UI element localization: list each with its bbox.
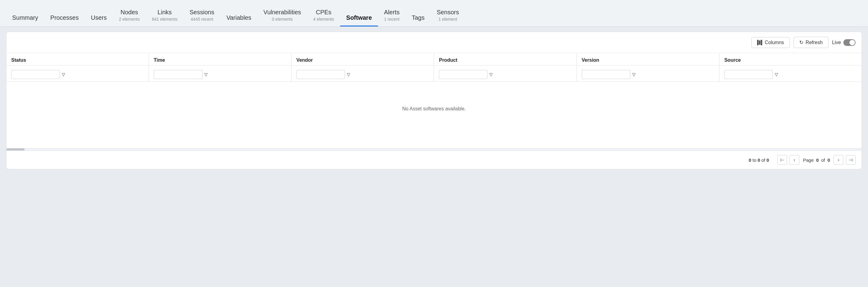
col-label-time: Time xyxy=(154,57,165,63)
tab-label-sensors: Sensors xyxy=(437,8,459,16)
col-label-product: Product xyxy=(439,57,457,63)
tab-alerts[interactable]: Alerts1 recent xyxy=(378,4,406,26)
tab-label-variables: Variables xyxy=(226,14,251,22)
range-end: 0 xyxy=(758,157,760,163)
first-page-button[interactable]: ⊢ xyxy=(777,155,787,165)
scroll-thumb[interactable] xyxy=(6,148,25,150)
filter-cell-source: ▽ xyxy=(719,66,862,82)
empty-state-message: No Asset softwares available. xyxy=(6,82,862,136)
filter-cell-time: ▽ xyxy=(149,66,291,82)
tab-tags[interactable]: Tags xyxy=(406,9,431,26)
live-toggle-switch[interactable] xyxy=(843,39,856,46)
tab-label-alerts: Alerts xyxy=(384,8,400,16)
col-label-source: Source xyxy=(724,57,741,63)
tab-sessions[interactable]: Sessions4445 recent xyxy=(184,4,220,26)
empty-state-row: No Asset softwares available. xyxy=(6,82,862,136)
tab-sensors[interactable]: Sensors1 element xyxy=(431,4,465,26)
col-label-vendor: Vendor xyxy=(296,57,313,63)
col-label-version: Version xyxy=(582,57,599,63)
columns-button[interactable]: Columns xyxy=(751,37,789,48)
filter-input-product[interactable] xyxy=(439,70,488,79)
page-label-text: Page 0 of 0 xyxy=(803,157,830,163)
columns-icon xyxy=(757,40,762,45)
tab-label-tags: Tags xyxy=(412,14,425,22)
range-start: 0 xyxy=(749,157,751,163)
tab-processes[interactable]: Processes xyxy=(44,9,85,26)
tab-sub-alerts: 1 recent xyxy=(384,17,400,22)
tab-label-nodes: Nodes xyxy=(121,8,138,16)
tab-label-sessions: Sessions xyxy=(190,8,214,16)
col-header-time: Time xyxy=(149,53,291,66)
software-table: Status Time Vendor xyxy=(6,53,862,136)
filter-cell-version: ▽ xyxy=(577,66,719,82)
filter-icon-source[interactable]: ▽ xyxy=(775,72,778,77)
tab-label-vulnerabilities: Vulnerabilities xyxy=(264,8,301,16)
col-header-vendor: Vendor xyxy=(291,53,434,66)
col-header-status: Status xyxy=(6,53,149,66)
refresh-label: Refresh xyxy=(806,40,823,45)
horizontal-scrollbar[interactable] xyxy=(6,148,862,150)
pagination-info: 0 to 0 of 0 xyxy=(749,157,769,163)
tab-links[interactable]: Links641 elements xyxy=(146,4,184,26)
tab-label-software: Software xyxy=(346,14,372,22)
filter-icon-product[interactable]: ▽ xyxy=(489,72,493,77)
table-header-row: Status Time Vendor xyxy=(6,53,862,66)
filter-icon-status[interactable]: ▽ xyxy=(62,72,65,77)
tab-users[interactable]: Users xyxy=(85,9,113,26)
tab-variables[interactable]: Variables xyxy=(220,9,257,26)
main-content: Columns ↻ Refresh Live Status xyxy=(0,27,868,287)
filter-icon-version[interactable]: ▽ xyxy=(632,72,636,77)
filter-row: ▽ ▽ ▽ xyxy=(6,66,862,82)
tab-label-cpes: CPEs xyxy=(316,8,331,16)
filter-icon-time[interactable]: ▽ xyxy=(204,72,208,77)
refresh-button[interactable]: ↻ Refresh xyxy=(794,37,829,48)
prev-page-button[interactable]: ‹ xyxy=(789,155,799,165)
pagination-total: 0 xyxy=(767,157,769,163)
live-label: Live xyxy=(832,40,841,45)
col-label-status: Status xyxy=(11,57,26,63)
tab-software[interactable]: Software xyxy=(340,9,378,26)
tab-sub-cpes: 4 elements xyxy=(313,17,334,22)
pagination-of: of xyxy=(761,157,767,163)
col-header-source: Source xyxy=(719,53,862,66)
tab-label-users: Users xyxy=(91,14,107,22)
tab-label-summary: Summary xyxy=(12,14,38,22)
tab-sub-nodes: 2 elements xyxy=(119,17,140,22)
tab-nodes[interactable]: Nodes2 elements xyxy=(113,4,146,26)
tab-label-processes: Processes xyxy=(51,14,79,22)
tab-sub-sensors: 1 element xyxy=(439,17,457,22)
col-header-product: Product xyxy=(434,53,577,66)
software-panel: Columns ↻ Refresh Live Status xyxy=(6,32,862,169)
tab-vulnerabilities[interactable]: Vulnerabilities0 elements xyxy=(257,4,307,26)
live-toggle-container: Live xyxy=(832,39,856,46)
page-total: 0 xyxy=(828,157,830,163)
filter-cell-product: ▽ xyxy=(434,66,577,82)
tab-label-links: Links xyxy=(157,8,172,16)
tab-sub-sessions: 4445 recent xyxy=(191,17,213,22)
page-current: 0 xyxy=(816,157,818,163)
next-page-button[interactable]: › xyxy=(834,155,843,165)
filter-cell-vendor: ▽ xyxy=(291,66,434,82)
tab-summary[interactable]: Summary xyxy=(6,9,44,26)
columns-label: Columns xyxy=(765,40,784,45)
filter-icon-vendor[interactable]: ▽ xyxy=(347,72,350,77)
pagination-to: to xyxy=(752,157,758,163)
panel-toolbar: Columns ↻ Refresh Live xyxy=(6,32,862,53)
col-header-version: Version xyxy=(577,53,719,66)
tab-sub-vulnerabilities: 0 elements xyxy=(272,17,292,22)
tab-cpes[interactable]: CPEs4 elements xyxy=(307,4,340,26)
filter-input-vendor[interactable] xyxy=(296,70,345,79)
top-navigation: SummaryProcessesUsersNodes2 elementsLink… xyxy=(0,0,868,27)
filter-input-version[interactable] xyxy=(582,70,630,79)
filter-cell-status: ▽ xyxy=(6,66,149,82)
tab-sub-links: 641 elements xyxy=(152,17,178,22)
refresh-icon: ↻ xyxy=(799,39,803,45)
filter-input-status[interactable] xyxy=(11,70,60,79)
filter-input-source[interactable] xyxy=(724,70,773,79)
pagination-bar: 0 to 0 of 0 ⊢ ‹ Page 0 of 0 › ⊣ xyxy=(6,150,862,169)
filter-input-time[interactable] xyxy=(154,70,203,79)
last-page-button[interactable]: ⊣ xyxy=(846,155,856,165)
table-container: Status Time Vendor xyxy=(6,53,862,136)
